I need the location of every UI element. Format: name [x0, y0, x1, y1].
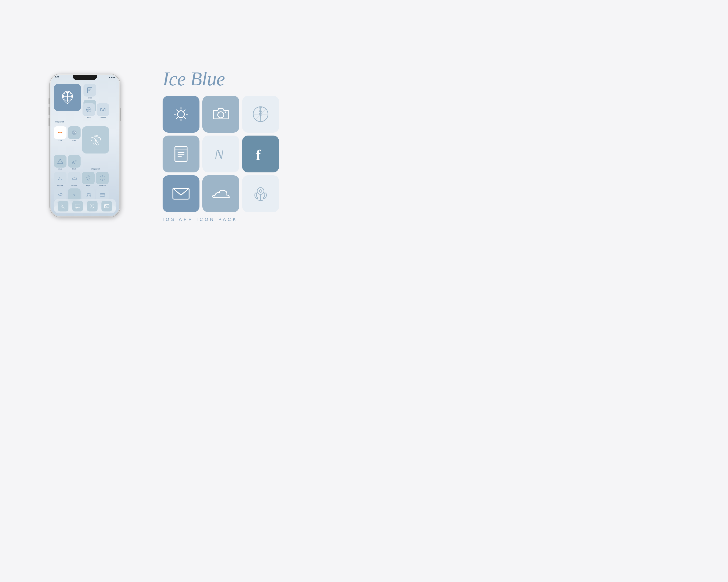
widgetsmith2-label: Widgetsmith [91, 168, 101, 170]
dock-messages-icon[interactable] [72, 201, 83, 212]
phone: 2.28 ▲ ■■■ [50, 74, 120, 217]
svg-point-13 [74, 131, 75, 132]
maps-icon-img [82, 172, 95, 184]
dock-phone-icon[interactable] [58, 201, 69, 212]
svg-point-12 [75, 132, 76, 133]
safari-icon-img [82, 103, 95, 116]
svg-rect-27 [100, 194, 105, 196]
tiktok-icon-img [68, 155, 81, 168]
phone-screen: 2.28 ▲ ■■■ [50, 75, 120, 216]
svg-point-52 [257, 188, 264, 194]
status-icons: ▲ ■■■ [108, 76, 115, 78]
reddit-app-icon[interactable]: reddit [68, 126, 81, 141]
phone-button-vol-up [49, 107, 50, 115]
netflix-tile: N [202, 136, 239, 172]
phone-button-power [120, 108, 121, 121]
widgetsmith-butterfly-widget[interactable] [82, 126, 109, 154]
svg-marker-8 [87, 109, 90, 111]
status-time: 2.28 [55, 76, 59, 78]
main-title: Ice Blue [163, 69, 225, 88]
maps-app-icon[interactable]: maps [82, 172, 95, 187]
mail-tile [163, 175, 200, 212]
title-section: Ice Blue [163, 69, 225, 88]
right-side: Ice Blue [148, 69, 342, 222]
widgetsmith-widget-large[interactable] [54, 84, 81, 111]
amazon-app-icon[interactable]: a amazon [54, 172, 67, 187]
notes-label: notes [87, 97, 92, 99]
phone-wrapper: 2.28 ▲ ■■■ [22, 74, 148, 217]
settings-tile [163, 96, 200, 133]
phone-dock [54, 199, 116, 213]
svg-text:N: N [72, 193, 76, 197]
safari-label: safari [87, 116, 91, 118]
ios-pack-title: IOS APP ICON PACK [163, 217, 238, 222]
weather-label: weather [71, 185, 77, 187]
etsy-icon-img: Etsy [54, 126, 67, 139]
title-text: Ice Blue [163, 68, 225, 89]
svg-point-34 [225, 111, 227, 113]
svg-point-11 [73, 132, 74, 133]
shortcuts-icon-img [96, 172, 109, 184]
svg-marker-22 [100, 175, 105, 181]
svg-point-21 [87, 177, 89, 178]
camera-label: camera [100, 116, 106, 118]
etsy-label: etsy [59, 139, 62, 141]
svg-marker-17 [57, 159, 63, 163]
svg-point-32 [178, 111, 184, 118]
weather-app-icon[interactable]: weather [68, 172, 81, 187]
phone-row-4: drive tiktok Widgetsmith [54, 155, 116, 170]
svg-marker-23 [101, 176, 104, 179]
svg-rect-0 [87, 87, 92, 93]
facebook-tile: f [242, 136, 279, 172]
widgetsmith-label: Widgetsmith [55, 121, 64, 123]
safari-tile [242, 96, 279, 133]
phone-row-5: a amazon wea [54, 172, 116, 187]
phone-app-grid: notes f facebook [50, 75, 120, 216]
notes-app-icon[interactable]: notes [83, 84, 96, 99]
dock-mail-icon[interactable] [101, 201, 112, 212]
shortcuts-label: shortcuts [99, 185, 106, 187]
svg-text:f: f [256, 147, 261, 163]
safari-app-icon[interactable]: safari [82, 103, 95, 118]
status-bar: 2.28 ▲ ■■■ [50, 76, 120, 78]
drive-label: drive [58, 168, 62, 170]
dock-settings-icon[interactable] [87, 201, 98, 212]
reddit-icon-img [68, 126, 81, 139]
amazon-label: amazon [57, 185, 63, 187]
weather-icon-img [68, 172, 81, 184]
tiktok-app-icon[interactable]: tiktok [68, 155, 81, 170]
tiktok-label: tiktok [72, 168, 76, 170]
phone-button-mute [49, 98, 50, 104]
phone-row-2: safari camera [82, 103, 116, 118]
phone-row-3: Etsy etsy [54, 126, 116, 154]
drive-icon-img [54, 155, 67, 168]
svg-text:N: N [214, 146, 225, 163]
svg-text:a: a [59, 176, 60, 180]
svg-point-33 [218, 112, 224, 118]
svg-point-30 [91, 205, 93, 207]
page-container: 2.28 ▲ ■■■ [12, 12, 352, 279]
maps-label: maps [86, 185, 90, 187]
notes-icon-img [83, 84, 96, 96]
etsy-app-icon[interactable]: Etsy etsy [54, 126, 67, 141]
svg-point-9 [102, 109, 104, 111]
camera-tile [202, 96, 239, 133]
phone-button-vol-down [49, 118, 50, 126]
svg-point-53 [259, 190, 262, 192]
camera-icon-img [97, 103, 109, 116]
camera-app-icon[interactable]: camera [97, 103, 109, 118]
cloud-tile [202, 175, 239, 212]
icons-grid: N f [163, 96, 279, 212]
podcast-tile [242, 175, 279, 212]
shortcuts-app-icon[interactable]: shortcuts [96, 172, 109, 187]
notes-tile [163, 136, 200, 172]
amazon-icon-img: a [54, 172, 67, 184]
drive-app-icon[interactable]: drive [54, 155, 67, 170]
reddit-label: reddit [72, 139, 76, 141]
